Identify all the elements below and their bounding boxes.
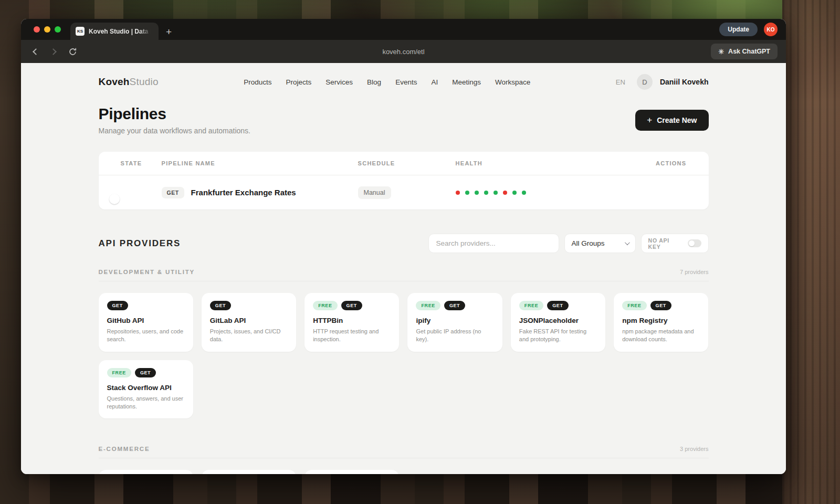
health-dot: [503, 191, 507, 195]
pipelines-table: STATE PIPELINE NAME SCHEDULE HEALTH ACTI…: [99, 152, 709, 209]
table-header: STATE PIPELINE NAME SCHEDULE HEALTH ACTI…: [99, 152, 709, 175]
section-count: 3 providers: [680, 446, 708, 452]
nav-item-workspace[interactable]: Workspace: [495, 78, 530, 86]
desktop-wallpaper: KS Koveh Studio | Data E + Update KO kov…: [0, 0, 840, 504]
create-new-button[interactable]: + Create New: [635, 110, 708, 131]
col-pipeline-name: PIPELINE NAME: [162, 160, 358, 166]
provider-card-httpbin[interactable]: FREE GET HTTPBin HTTP request testing an…: [304, 293, 399, 352]
provider-card-ipify[interactable]: FREE GET ipify Get public IP address (no…: [407, 293, 502, 352]
nav-item-projects[interactable]: Projects: [286, 78, 312, 86]
forward-icon[interactable]: [50, 48, 57, 55]
provider-card-jsonplaceholder[interactable]: FREE GET JSONPlaceholder Fake REST API f…: [511, 293, 605, 352]
url-address[interactable]: koveh.com/etl: [21, 48, 786, 56]
new-tab-button[interactable]: +: [166, 27, 172, 37]
provider-card-npm-registry[interactable]: FREE GET npm Registry npm package metada…: [614, 293, 708, 352]
no-api-key-filter[interactable]: NO API KEY: [641, 234, 709, 253]
section-name: E-COMMERCE: [99, 446, 150, 452]
site-logo[interactable]: KovehStudio: [99, 76, 159, 88]
provider-card-github[interactable]: GET GitHub API Repositories, users, and …: [99, 293, 193, 352]
provider-card-gitlab[interactable]: GET GitLab API Projects, issues, and CI/…: [202, 293, 296, 352]
toggle-knob: [109, 194, 120, 204]
method-badge: GET: [210, 301, 231, 310]
nav-item-meetings[interactable]: Meetings: [452, 78, 481, 86]
providers-title: API PROVIDERS: [99, 238, 181, 249]
provider-card-stackoverflow[interactable]: FREE GET Stack Overflow API Questions, a…: [99, 360, 193, 419]
close-window-button[interactable]: [34, 26, 40, 33]
col-health: HEALTH: [456, 160, 639, 166]
browser-window: KS Koveh Studio | Data E + Update KO kov…: [21, 19, 786, 474]
health-dots: [456, 191, 639, 195]
no-api-key-toggle[interactable]: [688, 239, 701, 247]
logo-bold: Koveh: [99, 76, 130, 87]
group-filter-value: All Groups: [572, 239, 605, 247]
window-controls: [34, 26, 61, 33]
providers-grid-dev-utility: GET GitHub API Repositories, users, and …: [99, 293, 709, 418]
pipeline-name[interactable]: Frankfurter Exchange Rates: [191, 188, 296, 197]
provider-name: GitLab API: [210, 317, 288, 324]
browser-update-button[interactable]: Update: [719, 23, 758, 36]
provider-name: Stack Overflow API: [107, 384, 185, 392]
method-badge: GET: [444, 301, 465, 310]
plus-icon: +: [647, 116, 652, 124]
health-dot: [494, 191, 498, 195]
provider-description: npm package metadata and download counts…: [622, 328, 700, 343]
tab-favicon: KS: [76, 27, 85, 36]
free-badge: FREE: [313, 301, 337, 310]
provider-card-shopify-admin-api[interactable]: GET Shopify Admin API Complete access to…: [202, 470, 296, 474]
toggle-knob: [689, 240, 695, 246]
health-dot: [456, 191, 460, 195]
free-badge: FREE: [107, 368, 131, 377]
browser-profile-avatar[interactable]: KO: [764, 23, 778, 36]
schedule-badge: Manual: [358, 186, 391, 199]
method-badge: GET: [107, 301, 128, 310]
nav-item-events[interactable]: Events: [395, 78, 417, 86]
provider-description: Get public IP address (no key).: [416, 328, 494, 343]
health-dot: [475, 191, 479, 195]
health-dot: [484, 191, 488, 195]
section-name: DEVELOPMENT & UTILITY: [99, 269, 195, 275]
nav-item-ai[interactable]: AI: [431, 78, 438, 86]
health-dot: [522, 191, 526, 195]
provider-name: npm Registry: [622, 317, 700, 324]
user-avatar[interactable]: D: [637, 74, 653, 90]
health-dot: [512, 191, 517, 195]
site-nav: Products Projects Services Blog Events A…: [159, 78, 616, 86]
site-header: KovehStudio Products Projects Services B…: [99, 63, 709, 92]
group-filter-select[interactable]: All Groups: [564, 234, 636, 253]
logo-light: Studio: [130, 76, 159, 87]
col-actions: ACTIONS: [639, 160, 687, 166]
browser-navbar: koveh.com/etl ✳ Ask ChatGPT: [21, 40, 786, 63]
tab-title: Koveh Studio | Data E: [89, 28, 151, 35]
free-badge: FREE: [622, 301, 646, 310]
language-selector[interactable]: EN: [616, 78, 625, 86]
nav-item-services[interactable]: Services: [326, 78, 353, 86]
health-dot: [465, 191, 469, 195]
nav-item-blog[interactable]: Blog: [367, 78, 381, 86]
nav-item-products[interactable]: Products: [244, 78, 271, 86]
page-subtitle: Manage your data workflows and automatio…: [99, 127, 251, 135]
provider-name: JSONPlaceholder: [519, 317, 597, 324]
provider-card-shopify-storefront[interactable]: POST Shopify Storefront Public API for b…: [304, 470, 399, 474]
provider-description: Fake REST API for testing and prototypin…: [519, 328, 597, 343]
minimize-window-button[interactable]: [44, 26, 50, 33]
table-row: GET Frankfurter Exchange Rates Manual: [99, 175, 709, 209]
col-schedule: SCHEDULE: [358, 160, 456, 166]
browser-titlebar: KS Koveh Studio | Data E + Update KO: [21, 19, 786, 40]
user-name[interactable]: Daniil Kovekh: [660, 78, 709, 86]
back-icon[interactable]: [33, 48, 39, 55]
no-api-key-label: NO API KEY: [648, 237, 682, 250]
provider-name: ipify: [416, 317, 494, 324]
provider-name: GitHub API: [107, 317, 185, 324]
browser-tab[interactable]: KS Koveh Studio | Data E: [70, 23, 159, 40]
provider-description: Questions, answers, and user reputations…: [107, 395, 185, 411]
zoom-window-button[interactable]: [55, 26, 61, 33]
page-title: Pipelines: [99, 105, 251, 123]
ask-chatgpt-label: Ask ChatGPT: [728, 48, 770, 55]
method-badge: GET: [135, 368, 156, 377]
reload-icon[interactable]: [68, 47, 77, 56]
provider-card-shopify-admin[interactable]: GET Shopify Admin Complete access to Sho…: [99, 470, 193, 474]
openai-icon: ✳: [718, 48, 724, 55]
provider-description: HTTP request testing and inspection.: [313, 328, 391, 343]
ask-chatgpt-button[interactable]: ✳ Ask ChatGPT: [711, 44, 778, 59]
search-input[interactable]: [428, 234, 559, 253]
